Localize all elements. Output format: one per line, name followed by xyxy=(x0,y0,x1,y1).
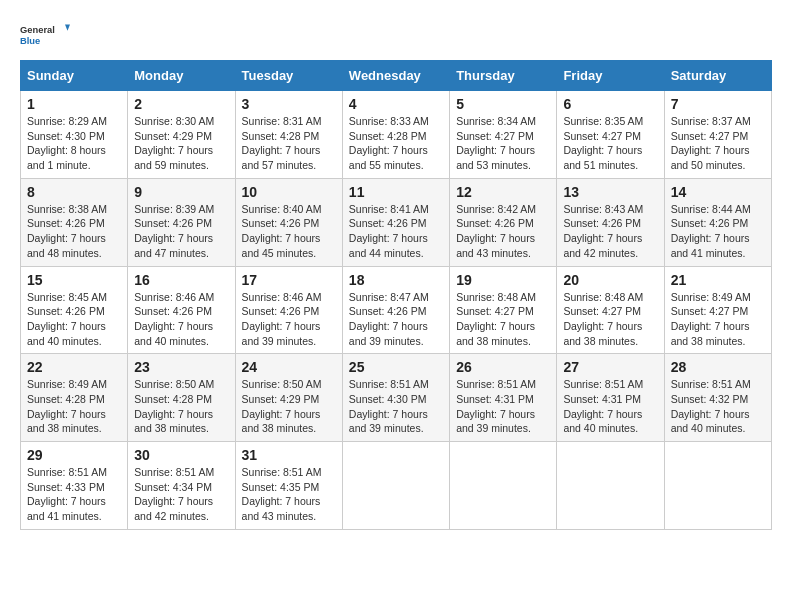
day-number: 12 xyxy=(456,184,550,200)
calendar-cell: 7 Sunrise: 8:37 AMSunset: 4:27 PMDayligh… xyxy=(664,91,771,179)
day-info: Sunrise: 8:51 AMSunset: 4:31 PMDaylight:… xyxy=(563,377,657,436)
day-number: 5 xyxy=(456,96,550,112)
calendar-cell: 6 Sunrise: 8:35 AMSunset: 4:27 PMDayligh… xyxy=(557,91,664,179)
day-info: Sunrise: 8:31 AMSunset: 4:28 PMDaylight:… xyxy=(242,114,336,173)
calendar-cell: 17 Sunrise: 8:46 AMSunset: 4:26 PMDaylig… xyxy=(235,266,342,354)
day-info: Sunrise: 8:51 AMSunset: 4:32 PMDaylight:… xyxy=(671,377,765,436)
day-info: Sunrise: 8:49 AMSunset: 4:28 PMDaylight:… xyxy=(27,377,121,436)
day-info: Sunrise: 8:43 AMSunset: 4:26 PMDaylight:… xyxy=(563,202,657,261)
day-info: Sunrise: 8:41 AMSunset: 4:26 PMDaylight:… xyxy=(349,202,443,261)
calendar-week-5: 29 Sunrise: 8:51 AMSunset: 4:33 PMDaylig… xyxy=(21,442,772,530)
day-info: Sunrise: 8:51 AMSunset: 4:33 PMDaylight:… xyxy=(27,465,121,524)
col-header-monday: Monday xyxy=(128,61,235,91)
logo: General Blue xyxy=(20,16,70,54)
day-info: Sunrise: 8:51 AMSunset: 4:34 PMDaylight:… xyxy=(134,465,228,524)
calendar-cell xyxy=(557,442,664,530)
day-info: Sunrise: 8:47 AMSunset: 4:26 PMDaylight:… xyxy=(349,290,443,349)
day-info: Sunrise: 8:42 AMSunset: 4:26 PMDaylight:… xyxy=(456,202,550,261)
calendar-cell: 3 Sunrise: 8:31 AMSunset: 4:28 PMDayligh… xyxy=(235,91,342,179)
calendar-cell: 9 Sunrise: 8:39 AMSunset: 4:26 PMDayligh… xyxy=(128,178,235,266)
calendar-cell: 8 Sunrise: 8:38 AMSunset: 4:26 PMDayligh… xyxy=(21,178,128,266)
day-info: Sunrise: 8:50 AMSunset: 4:29 PMDaylight:… xyxy=(242,377,336,436)
calendar-table: SundayMondayTuesdayWednesdayThursdayFrid… xyxy=(20,60,772,530)
calendar-cell: 20 Sunrise: 8:48 AMSunset: 4:27 PMDaylig… xyxy=(557,266,664,354)
calendar-cell xyxy=(450,442,557,530)
col-header-saturday: Saturday xyxy=(664,61,771,91)
svg-text:General: General xyxy=(20,25,55,35)
calendar-cell: 29 Sunrise: 8:51 AMSunset: 4:33 PMDaylig… xyxy=(21,442,128,530)
day-info: Sunrise: 8:51 AMSunset: 4:31 PMDaylight:… xyxy=(456,377,550,436)
day-info: Sunrise: 8:40 AMSunset: 4:26 PMDaylight:… xyxy=(242,202,336,261)
day-number: 13 xyxy=(563,184,657,200)
day-number: 9 xyxy=(134,184,228,200)
calendar-cell: 23 Sunrise: 8:50 AMSunset: 4:28 PMDaylig… xyxy=(128,354,235,442)
col-header-friday: Friday xyxy=(557,61,664,91)
day-info: Sunrise: 8:39 AMSunset: 4:26 PMDaylight:… xyxy=(134,202,228,261)
calendar-cell: 15 Sunrise: 8:45 AMSunset: 4:26 PMDaylig… xyxy=(21,266,128,354)
calendar-cell: 1 Sunrise: 8:29 AMSunset: 4:30 PMDayligh… xyxy=(21,91,128,179)
day-info: Sunrise: 8:51 AMSunset: 4:35 PMDaylight:… xyxy=(242,465,336,524)
calendar-cell: 28 Sunrise: 8:51 AMSunset: 4:32 PMDaylig… xyxy=(664,354,771,442)
day-info: Sunrise: 8:48 AMSunset: 4:27 PMDaylight:… xyxy=(563,290,657,349)
calendar-cell: 24 Sunrise: 8:50 AMSunset: 4:29 PMDaylig… xyxy=(235,354,342,442)
day-number: 31 xyxy=(242,447,336,463)
day-number: 20 xyxy=(563,272,657,288)
day-info: Sunrise: 8:46 AMSunset: 4:26 PMDaylight:… xyxy=(134,290,228,349)
day-number: 3 xyxy=(242,96,336,112)
day-info: Sunrise: 8:35 AMSunset: 4:27 PMDaylight:… xyxy=(563,114,657,173)
calendar-week-3: 15 Sunrise: 8:45 AMSunset: 4:26 PMDaylig… xyxy=(21,266,772,354)
day-number: 27 xyxy=(563,359,657,375)
calendar-cell: 16 Sunrise: 8:46 AMSunset: 4:26 PMDaylig… xyxy=(128,266,235,354)
calendar-cell: 2 Sunrise: 8:30 AMSunset: 4:29 PMDayligh… xyxy=(128,91,235,179)
calendar-cell: 25 Sunrise: 8:51 AMSunset: 4:30 PMDaylig… xyxy=(342,354,449,442)
day-info: Sunrise: 8:48 AMSunset: 4:27 PMDaylight:… xyxy=(456,290,550,349)
day-number: 16 xyxy=(134,272,228,288)
header: General Blue xyxy=(20,16,772,54)
day-number: 21 xyxy=(671,272,765,288)
calendar-cell: 19 Sunrise: 8:48 AMSunset: 4:27 PMDaylig… xyxy=(450,266,557,354)
day-info: Sunrise: 8:30 AMSunset: 4:29 PMDaylight:… xyxy=(134,114,228,173)
calendar-cell: 10 Sunrise: 8:40 AMSunset: 4:26 PMDaylig… xyxy=(235,178,342,266)
day-number: 2 xyxy=(134,96,228,112)
day-number: 22 xyxy=(27,359,121,375)
day-info: Sunrise: 8:33 AMSunset: 4:28 PMDaylight:… xyxy=(349,114,443,173)
day-info: Sunrise: 8:29 AMSunset: 4:30 PMDaylight:… xyxy=(27,114,121,173)
day-info: Sunrise: 8:34 AMSunset: 4:27 PMDaylight:… xyxy=(456,114,550,173)
day-number: 17 xyxy=(242,272,336,288)
day-info: Sunrise: 8:38 AMSunset: 4:26 PMDaylight:… xyxy=(27,202,121,261)
day-number: 8 xyxy=(27,184,121,200)
calendar-week-2: 8 Sunrise: 8:38 AMSunset: 4:26 PMDayligh… xyxy=(21,178,772,266)
day-info: Sunrise: 8:37 AMSunset: 4:27 PMDaylight:… xyxy=(671,114,765,173)
day-number: 25 xyxy=(349,359,443,375)
day-number: 10 xyxy=(242,184,336,200)
logo-svg: General Blue xyxy=(20,16,70,54)
calendar-cell: 4 Sunrise: 8:33 AMSunset: 4:28 PMDayligh… xyxy=(342,91,449,179)
calendar-cell: 12 Sunrise: 8:42 AMSunset: 4:26 PMDaylig… xyxy=(450,178,557,266)
day-info: Sunrise: 8:50 AMSunset: 4:28 PMDaylight:… xyxy=(134,377,228,436)
calendar-cell: 14 Sunrise: 8:44 AMSunset: 4:26 PMDaylig… xyxy=(664,178,771,266)
calendar-week-1: 1 Sunrise: 8:29 AMSunset: 4:30 PMDayligh… xyxy=(21,91,772,179)
day-number: 30 xyxy=(134,447,228,463)
day-number: 11 xyxy=(349,184,443,200)
day-number: 28 xyxy=(671,359,765,375)
day-info: Sunrise: 8:45 AMSunset: 4:26 PMDaylight:… xyxy=(27,290,121,349)
day-number: 4 xyxy=(349,96,443,112)
header-row: SundayMondayTuesdayWednesdayThursdayFrid… xyxy=(21,61,772,91)
calendar-cell: 31 Sunrise: 8:51 AMSunset: 4:35 PMDaylig… xyxy=(235,442,342,530)
col-header-tuesday: Tuesday xyxy=(235,61,342,91)
calendar-cell: 26 Sunrise: 8:51 AMSunset: 4:31 PMDaylig… xyxy=(450,354,557,442)
day-number: 15 xyxy=(27,272,121,288)
calendar-cell xyxy=(342,442,449,530)
calendar-week-4: 22 Sunrise: 8:49 AMSunset: 4:28 PMDaylig… xyxy=(21,354,772,442)
col-header-wednesday: Wednesday xyxy=(342,61,449,91)
day-number: 29 xyxy=(27,447,121,463)
day-info: Sunrise: 8:51 AMSunset: 4:30 PMDaylight:… xyxy=(349,377,443,436)
svg-marker-2 xyxy=(65,24,70,30)
calendar-cell: 30 Sunrise: 8:51 AMSunset: 4:34 PMDaylig… xyxy=(128,442,235,530)
day-number: 26 xyxy=(456,359,550,375)
day-number: 18 xyxy=(349,272,443,288)
col-header-thursday: Thursday xyxy=(450,61,557,91)
day-number: 7 xyxy=(671,96,765,112)
calendar-cell: 13 Sunrise: 8:43 AMSunset: 4:26 PMDaylig… xyxy=(557,178,664,266)
col-header-sunday: Sunday xyxy=(21,61,128,91)
